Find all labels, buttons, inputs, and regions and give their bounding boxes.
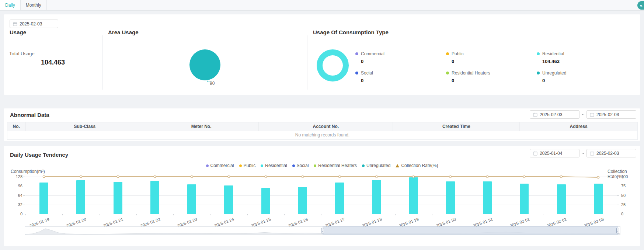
pie-slice-label: 90 (210, 81, 215, 86)
axis-tick (617, 214, 619, 214)
right-axis-tick-label: 25 (621, 202, 636, 207)
datazoom-left-handle[interactable] (321, 228, 324, 233)
consumption-legend-value: 0 (361, 59, 446, 64)
overview-card: 2025-02-03 Usage Total Usage 104.463 Are… (4, 14, 640, 95)
abnormal-date-range: 2025-02-03 ~ 2025-02-03 (530, 110, 636, 119)
legend-dot-icon (355, 52, 358, 55)
line-marker-icon (117, 176, 119, 178)
axis-tick (23, 186, 25, 186)
tab-daily[interactable]: Daily (0, 0, 21, 10)
line-marker-icon (154, 176, 156, 178)
abnormal-date-to-value: 2025-02-03 (596, 112, 619, 117)
consumption-legend-label: Public (452, 51, 464, 56)
consumption-legend-value: 0 (542, 78, 627, 83)
column-header-account-no: Account No. (259, 122, 393, 131)
dashboard-page: Daily Monthly « 2025-02-03 Usage Total U… (0, 0, 644, 250)
total-usage-label: Total Usage (9, 51, 35, 56)
consumption-legend-label: Social (361, 70, 373, 76)
daily-usage-chart: Consumption(m³) Collection Rate(%) 00322… (4, 146, 641, 247)
consumption-legend-label: Residential Heaters (452, 70, 490, 76)
axis-tick (23, 177, 25, 177)
abnormal-data-title: Abnormal Data (10, 112, 49, 118)
abnormal-date-from-picker[interactable]: 2025-02-03 (530, 110, 579, 119)
line-marker-icon (597, 176, 599, 178)
overview-date-picker[interactable]: 2025-02-03 (10, 20, 58, 28)
line-marker-icon (486, 176, 488, 178)
legend-dot-icon (537, 52, 540, 55)
axis-tick (23, 214, 25, 214)
overview-date-value: 2025-02-03 (20, 21, 42, 27)
consumption-legend-value: 0 (452, 59, 537, 64)
line-marker-icon (43, 176, 45, 178)
axis-tick (617, 214, 617, 215)
left-axis-tick-label: 32 (8, 202, 22, 207)
line-marker-icon (265, 176, 267, 178)
consumption-legend-label: Commercial (361, 51, 384, 56)
total-usage-value: 104.463 (41, 59, 65, 66)
consumption-legend-item: Commercial0 (355, 51, 446, 70)
consumption-legend-item: Public0 (446, 51, 537, 70)
area-usage-section-title: Area Usage (108, 29, 139, 35)
consumption-legend-item: Unregulated0 (537, 70, 627, 90)
consumption-type-donut[interactable] (317, 49, 349, 81)
calendar-icon (533, 112, 537, 117)
legend-dot-icon (446, 52, 449, 55)
line-marker-icon (191, 176, 193, 178)
consumption-legend-value: 0 (361, 78, 446, 83)
axis-tick (617, 205, 619, 205)
axis-tick (617, 186, 619, 186)
legend-dot-icon (446, 72, 449, 74)
tab-monthly[interactable]: Monthly (21, 0, 47, 10)
consumption-legend-value: 104.463 (542, 59, 627, 64)
range-separator: ~ (582, 112, 584, 117)
area-usage-pie[interactable] (189, 49, 220, 80)
line-marker-icon (80, 176, 82, 178)
consumption-legend-label: Unregulated (542, 70, 566, 76)
right-axis-tick-label: 50 (621, 193, 636, 198)
consumption-type-legend: Commercial0Social0Public0Residential Hea… (355, 51, 627, 90)
column-header-sub-class: Sub-Class (25, 122, 144, 131)
table-empty-row: No matching records found. (7, 131, 638, 140)
no-records-message: No matching records found. (7, 131, 638, 140)
right-axis-tick-label: 75 (621, 184, 636, 188)
calendar-icon (13, 22, 17, 26)
collapse-panel-button[interactable]: « (637, 1, 644, 10)
axis-tick (617, 195, 619, 196)
left-axis-tick-label: 0 (8, 212, 22, 216)
left-axis-tick-label: 128 (8, 174, 22, 179)
divider (102, 35, 103, 90)
line-marker-icon (449, 176, 452, 178)
axis-tick (23, 195, 25, 196)
abnormal-date-to-picker[interactable]: 2025-02-03 (586, 110, 636, 119)
axis-tick (617, 177, 619, 177)
left-axis-tick-label: 64 (8, 193, 22, 198)
consumption-type-section-title: Usage Of Consumption Type (313, 29, 389, 35)
double-left-chevron-icon: « (640, 3, 643, 8)
line-marker-icon (227, 176, 230, 178)
consumption-legend-item: Residential Heaters0 (446, 70, 537, 90)
abnormal-data-table: No.Sub-ClassMeter No.Account No.Created … (7, 122, 638, 140)
line-marker-icon (338, 176, 341, 178)
axis-tick (23, 205, 25, 205)
collection-rate-line[interactable] (25, 174, 617, 216)
daily-usage-tendency-card: Daily Usage Tendency 2025-01-04 ~ (4, 146, 640, 246)
consumption-legend-value: 0 (452, 78, 537, 83)
right-axis-tick-label: 0 (621, 212, 636, 216)
legend-dot-icon (355, 72, 358, 74)
datazoom-selected-window[interactable] (323, 226, 618, 235)
column-header-no: No. (7, 122, 26, 131)
line-marker-icon (560, 176, 563, 178)
consumption-legend-item: Social0 (355, 70, 446, 90)
right-axis-tick-label: 100 (621, 174, 636, 179)
top-tab-bar: Daily Monthly « (0, 0, 644, 11)
line-marker-icon (302, 176, 304, 178)
line-marker-icon (523, 176, 525, 178)
column-header-address: Address (520, 122, 638, 131)
left-axis-tick-label: 96 (8, 184, 22, 188)
line-marker-icon (375, 176, 377, 178)
consumption-legend-item: Residential104.463 (537, 51, 627, 70)
datazoom-slider[interactable] (25, 226, 620, 235)
calendar-icon (590, 112, 594, 117)
datazoom-right-handle[interactable] (616, 228, 619, 233)
left-axis-name: Consumption(m³) (11, 169, 45, 174)
